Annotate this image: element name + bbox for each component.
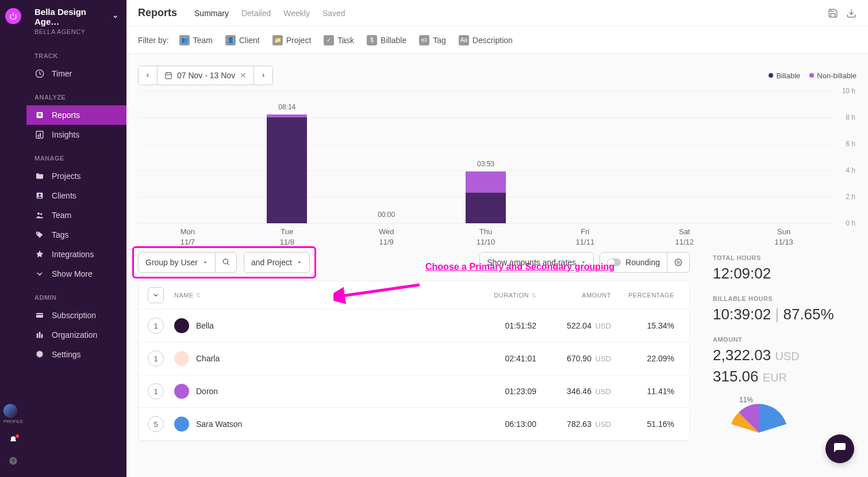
sidebar-item-insights[interactable]: Insights bbox=[26, 125, 126, 144]
chart-bar[interactable] bbox=[734, 91, 834, 223]
calendar-icon bbox=[164, 71, 172, 79]
date-next-button[interactable] bbox=[254, 66, 272, 85]
rounding-settings-button[interactable] bbox=[667, 253, 689, 272]
chat-button[interactable] bbox=[825, 434, 854, 463]
svg-point-13 bbox=[40, 213, 42, 215]
expand-all-button[interactable] bbox=[148, 287, 164, 303]
column-header-amount[interactable]: AMOUNT bbox=[536, 292, 611, 299]
row-duration: 06:13:00 bbox=[462, 419, 536, 429]
chart-bar[interactable]: 03:53 bbox=[436, 91, 536, 223]
svg-rect-15 bbox=[36, 313, 43, 318]
row-percentage: 51.16% bbox=[611, 419, 680, 429]
save-report-button[interactable] bbox=[828, 8, 838, 18]
workspace-name: Bella Design Age… bbox=[34, 7, 109, 26]
sidebar-item-show-more[interactable]: Show More bbox=[26, 264, 126, 284]
filter-icon: 🏷 bbox=[419, 35, 429, 45]
profile-section[interactable]: PROFILE bbox=[3, 404, 23, 424]
chart-bar[interactable] bbox=[138, 91, 237, 223]
row-expand-count[interactable]: 1 bbox=[148, 318, 164, 334]
date-range-display[interactable]: 07 Nov - 13 Nov ✕ bbox=[158, 66, 254, 85]
table-row[interactable]: 5Sara Watson06:13:00782.63 USD51.16% bbox=[139, 408, 689, 441]
avatar bbox=[174, 351, 189, 366]
tab-saved[interactable]: Saved bbox=[322, 9, 345, 18]
row-expand-count[interactable]: 1 bbox=[148, 383, 164, 399]
filter-bar: Filter by: 👥Team👤Client📁Project✓Task$Bil… bbox=[126, 26, 868, 54]
chat-icon bbox=[833, 442, 847, 456]
row-expand-count[interactable]: 1 bbox=[148, 350, 164, 367]
sidebar-item-timer[interactable]: Timer bbox=[26, 64, 126, 83]
pie-icon bbox=[713, 398, 805, 433]
chevron-left-icon bbox=[145, 72, 151, 79]
filter-project[interactable]: 📁Project bbox=[272, 35, 312, 45]
download-button[interactable] bbox=[846, 8, 857, 18]
filter-task[interactable]: ✓Task bbox=[324, 35, 354, 45]
help-icon: ? bbox=[9, 456, 18, 465]
row-percentage: 15.34% bbox=[611, 321, 680, 330]
svg-marker-26 bbox=[204, 262, 207, 264]
sidebar-item-projects[interactable]: Projects bbox=[26, 166, 126, 186]
column-header-percentage[interactable]: PERCENTAGE bbox=[611, 292, 680, 299]
nav-section-label: MANAGE bbox=[26, 144, 126, 166]
filter-tag[interactable]: 🏷Tag bbox=[419, 35, 446, 45]
chevron-down-icon bbox=[202, 260, 208, 265]
filter-client[interactable]: 👤Client bbox=[225, 35, 260, 45]
chevron-right-icon bbox=[260, 72, 266, 79]
chart-bar[interactable]: 00:00 bbox=[337, 91, 436, 223]
workspace-switcher[interactable]: Bella Design Age… BELLA AGENCY bbox=[26, 0, 126, 42]
filter-billable[interactable]: $Billable bbox=[367, 35, 406, 45]
sidebar-item-subscription[interactable]: Subscription bbox=[26, 306, 126, 325]
row-percentage: 22.09% bbox=[611, 354, 680, 363]
date-range-picker: 07 Nov - 13 Nov ✕ bbox=[138, 66, 273, 85]
row-amount: 346.46 USD bbox=[536, 387, 611, 396]
chart-bar[interactable] bbox=[535, 91, 635, 223]
profile-label: PROFILE bbox=[3, 419, 23, 424]
svg-line-28 bbox=[227, 263, 229, 265]
sidebar-item-organization[interactable]: Organization bbox=[26, 325, 126, 345]
date-clear-button[interactable]: ✕ bbox=[240, 71, 247, 80]
filter-description[interactable]: AaDescription bbox=[459, 35, 513, 45]
notification-dot bbox=[16, 434, 19, 438]
avatar bbox=[174, 318, 189, 333]
sidebar-item-team[interactable]: Team bbox=[26, 205, 126, 225]
bar-value-label: 08:14 bbox=[278, 103, 295, 111]
table-row[interactable]: 1Doron01:23:09346.46 USD11.41% bbox=[139, 375, 689, 408]
column-header-duration[interactable]: DURATION ⇅ bbox=[462, 292, 536, 299]
help-button[interactable]: ? bbox=[9, 456, 18, 465]
sidebar-item-clients[interactable]: Clients bbox=[26, 186, 126, 205]
nav-section-label: ADMIN bbox=[26, 284, 126, 306]
amount-label: AMOUNT bbox=[713, 336, 857, 343]
group-by-dropdown[interactable]: Group by User bbox=[138, 252, 216, 273]
row-name: Sara Watson bbox=[196, 419, 462, 429]
filter-icon: 👤 bbox=[225, 35, 236, 45]
search-group-button[interactable] bbox=[216, 252, 237, 273]
y-tick-label: 6 h bbox=[846, 140, 855, 148]
sidebar-item-tags[interactable]: Tags bbox=[26, 225, 126, 245]
filter-icon: ✓ bbox=[324, 35, 334, 45]
x-tick-label: Mon11/7 bbox=[138, 227, 237, 252]
filter-team[interactable]: 👥Team bbox=[179, 35, 213, 45]
sidebar-item-reports[interactable]: Reports bbox=[26, 105, 126, 125]
table-row[interactable]: 1Bella01:51:52522.04 USD15.34% bbox=[139, 310, 689, 342]
tab-detailed[interactable]: Detailed bbox=[241, 9, 271, 18]
tab-weekly[interactable]: Weekly bbox=[283, 9, 310, 18]
secondary-group-dropdown[interactable]: and Project bbox=[244, 252, 310, 273]
table-row[interactable]: 1Charla02:41:01670.90 USD22.09% bbox=[139, 342, 689, 375]
sidebar-item-integrations[interactable]: Integrations bbox=[26, 245, 126, 264]
power-icon bbox=[9, 12, 17, 20]
chart-bar[interactable]: 08:14 bbox=[237, 91, 337, 223]
tab-summary[interactable]: Summary bbox=[194, 9, 229, 18]
svg-text:?: ? bbox=[11, 458, 15, 464]
folder-icon bbox=[34, 171, 45, 181]
row-expand-count[interactable]: 5 bbox=[148, 416, 164, 432]
sidebar-item-label: Integrations bbox=[52, 250, 94, 259]
row-amount: 522.04 USD bbox=[536, 321, 611, 330]
chart-bar[interactable] bbox=[635, 91, 734, 223]
power-button[interactable] bbox=[5, 8, 21, 24]
notifications-button[interactable] bbox=[9, 436, 18, 445]
date-prev-button[interactable] bbox=[139, 66, 158, 85]
y-tick-label: 10 h bbox=[842, 87, 855, 95]
filter-icon: Aa bbox=[459, 35, 469, 45]
client-icon bbox=[34, 191, 45, 200]
sidebar-item-settings[interactable]: Settings bbox=[26, 345, 126, 364]
svg-rect-9 bbox=[40, 133, 41, 137]
